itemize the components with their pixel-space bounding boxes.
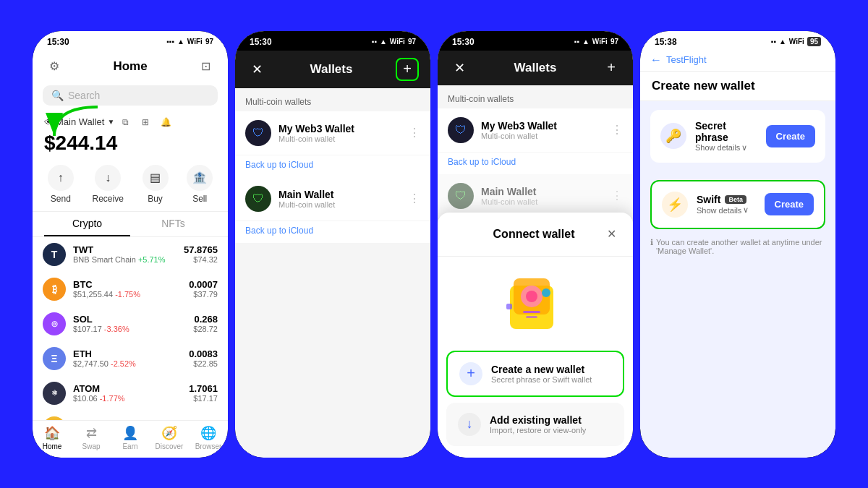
wallet-item-2[interactable]: 🛡 Main Wallet Multi-coin wallet ⋮ [235,177,430,221]
atom-icon: ⚛ [43,382,66,405]
status-icons-4: ▪▪▲WiFi95 [771,37,821,46]
status-icons-1: ▪▪▪▲WiFi97 [166,38,213,46]
add-icon-3[interactable]: + [601,58,621,78]
nav-browser[interactable]: 🌐 Browser [189,425,228,450]
time-1: 15:30 [47,37,69,47]
wallet-amount: $244.14 [44,132,216,155]
wallet-item-3b[interactable]: 🛡 Main Wallet Multi-coin wallet ⋮ [438,174,633,218]
more-icon-2[interactable]: ⋮ [409,192,420,205]
bottom-space [235,429,430,458]
wallet-label[interactable]: 👁 Main Wallet ▼ ⧉ ⊞ 🔔 [44,114,216,130]
beta-badge: Beta [725,195,746,204]
wallet-list-body: Multi-coin wallets 🛡 My Web3 Wallet Mult… [235,88,430,429]
wallet-icon-2: 🛡 [245,186,271,212]
show-details-2[interactable]: Show details ∨ [697,205,756,215]
list-item[interactable]: T TWT BNB Smart Chain +5.71% 57.8765 $74… [33,237,228,272]
wallets-title: Wallets [310,62,353,77]
status-icons-2: ▪▪▲WiFi97 [372,38,416,46]
qr-icon[interactable]: ⊞ [137,114,153,130]
search-bar[interactable]: 🔍 Search [43,85,218,106]
more-icon-1[interactable]: ⋮ [409,126,420,140]
sell-button[interactable]: 🏦 Sell [187,165,213,204]
tab-nft[interactable]: NFTs [130,212,216,236]
wallets-title-3: Wallets [514,61,557,75]
plus-icon: + [459,362,482,385]
list-item[interactable]: BNB BNB $353.25 -2.29% 0.0416 $14.72 [33,411,228,420]
btc-icon: ₿ [43,278,66,301]
info-note: ℹ You can create another wallet at anyti… [650,238,825,255]
tabs-row: Crypto NFTs [33,212,228,237]
secret-phrase-card[interactable]: 🔑 Secret phrase Show details ∨ Create [650,110,825,163]
option-name-1: Secret phrase [695,120,757,143]
create-title: Create new wallet [652,79,755,93]
close-icon[interactable]: ✕ [247,59,267,80]
back-arrow[interactable]: ← [650,53,662,67]
download-icon: ↓ [458,413,481,436]
wallet-body-3: Multi-coin wallets 🛡 My Web3 Wallet Mult… [438,85,633,458]
backup-link-2[interactable]: Back up to iCloud [235,221,430,243]
create-wallet-option[interactable]: + Create a new wallet Secret phrase or S… [446,351,624,397]
status-bar-2: 15:30 ▪▪▲WiFi97 [235,31,430,51]
wallets-header: ✕ Wallets + [235,51,430,88]
add-existing-option[interactable]: ↓ Add existing wallet Import, restore or… [446,403,624,446]
scan-icon[interactable]: ⊡ [196,56,216,77]
close-icon-3[interactable]: ✕ [449,58,469,78]
nav-swap[interactable]: ⇄ Swap [72,425,111,450]
wallet-icon-3b: 🛡 [448,183,474,209]
bell-icon[interactable]: 🔔 [158,114,174,130]
time-4: 15:38 [655,37,677,47]
list-item[interactable]: ₿ BTC $51,255.44 -1.75% 0.0007 $37.79 [33,272,228,307]
send-button[interactable]: ↑ Send [48,165,74,204]
back-row: ← TestFlight [640,51,835,72]
list-item[interactable]: Ξ ETH $2,747.50 -2.52% 0.0083 $22.85 [33,341,228,376]
more-icon-3a[interactable]: ⋮ [611,123,623,137]
swift-card[interactable]: ⚡ Swift Beta Show details ∨ Create [650,180,825,229]
backup-link-1[interactable]: Back up to iCloud [235,155,430,177]
show-details-1[interactable]: Show details ∨ [695,143,757,153]
wallets-header-3: ✕ Wallets + [438,51,633,85]
close-modal-icon[interactable]: ✕ [601,224,621,244]
nav-home[interactable]: 🏠 Home [33,425,72,450]
list-item[interactable]: ⚛ ATOM $10.06 -1.77% 1.7061 $17.17 [33,376,228,411]
svg-rect-8 [506,304,512,309]
svg-point-4 [526,291,537,302]
list-item[interactable]: ◎ SOL $107.17 -3.36% 0.268 $28.72 [33,307,228,341]
add-wallet-button[interactable]: + [396,58,419,81]
wallet-actions: ↑ Send ↓ Receive ▤ Buy 🏦 Sell [33,158,228,212]
page-title: Home [113,59,147,74]
buy-button[interactable]: ▤ Buy [142,165,169,204]
wallet-icon-1: 🛡 [245,120,271,146]
wallet-illustration [438,257,633,351]
back-label[interactable]: TestFlight [666,54,707,65]
copy-icon[interactable]: ⧉ [117,114,133,130]
time-2: 15:30 [250,37,272,47]
create-secret-button[interactable]: Create [766,125,815,147]
wallet-icon-3a: 🛡 [448,117,474,143]
backup-link-3a[interactable]: Back up to iCloud [438,153,633,174]
svg-rect-5 [523,311,540,313]
nav-earn[interactable]: 👤 Earn [111,425,150,450]
tab-crypto[interactable]: Crypto [44,212,130,236]
home-header: ⚙ Home ⊡ [33,51,228,82]
settings-icon[interactable]: ⚙ [44,56,64,77]
status-icons-3: ▪▪▲WiFi97 [574,38,618,46]
bnb-icon: BNB [43,416,66,420]
search-icon: 🔍 [51,90,64,101]
status-bar-1: 15:30 ▪▪▪▲WiFi97 [33,31,228,51]
swift-icon: ⚡ [662,192,688,218]
wallet-item-1[interactable]: 🛡 My Web3 Wallet Multi-coin wallet ⋮ [235,111,430,155]
create-swift-button[interactable]: Create [765,193,814,215]
status-bar-4: 15:38 ▪▪▲WiFi95 [640,31,835,51]
wallet-item-3a[interactable]: 🛡 My Web3 Wallet Multi-coin wallet ⋮ [438,108,633,152]
nav-discover[interactable]: 🧭 Discover [150,425,189,450]
twt-icon: T [43,243,66,266]
time-3: 15:30 [452,37,475,47]
search-placeholder: Search [68,90,100,101]
bottom-nav: 🏠 Home ⇄ Swap 👤 Earn 🧭 Discover 🌐 [33,420,228,458]
svg-point-7 [542,288,550,297]
receive-button[interactable]: ↓ Receive [92,165,123,204]
connect-modal: Connect wallet ✕ [438,213,633,458]
create-header: Create new wallet [640,72,835,101]
more-icon-3b[interactable]: ⋮ [611,189,623,202]
section-label: Multi-coin wallets [235,88,430,111]
